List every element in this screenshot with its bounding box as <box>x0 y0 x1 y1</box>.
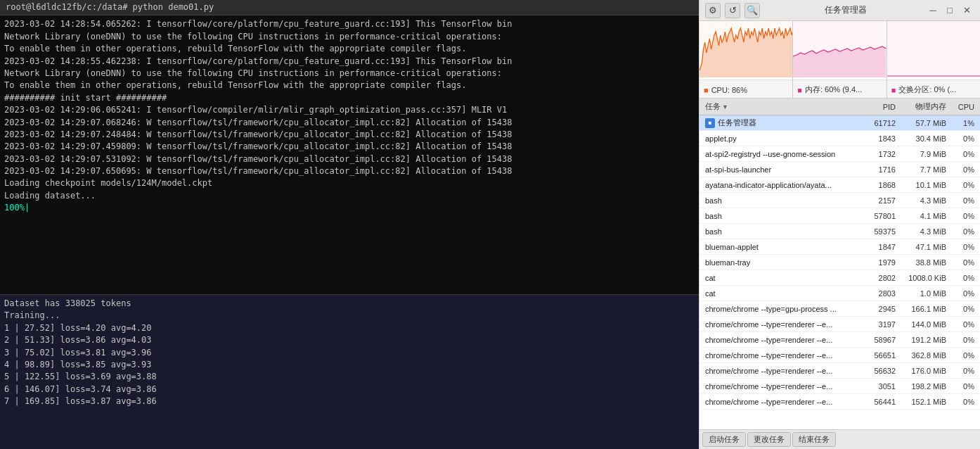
terminal-line: 2023-03-02 14:28:54.065262: I tensorflow… <box>4 18 695 30</box>
table-row[interactable]: bash21574.3 MiB0% <box>699 193 980 208</box>
table-row[interactable]: chrome/chrome --type=renderer --e...3197… <box>699 317 980 332</box>
table-row[interactable]: chrome/chrome --type=renderer --e...3051… <box>699 379 980 394</box>
terminal-prompt-line: root@l6dldc12fb/c:/data# python demo01.p… <box>6 2 214 12</box>
table-row[interactable]: chrome/chrome --type=renderer --e...5896… <box>699 332 980 348</box>
table-row[interactable]: blueman-tray197938.8 MiB0% <box>699 255 980 270</box>
swap-chart-label: ■ 交换分区: 0% (... <box>887 80 980 98</box>
table-row[interactable]: ayatana-indicator-application/ayata...18… <box>699 177 980 193</box>
proc-pid: 61712 <box>862 119 898 127</box>
terminal-line: Network Library (oneDNN) to use the foll… <box>4 68 695 80</box>
table-row[interactable]: ■任务管理器6171257.7 MiB1% <box>699 115 980 131</box>
proc-cpu: 0% <box>949 243 977 251</box>
proc-memory: 4.1 MiB <box>898 212 949 220</box>
minimize-button[interactable]: ─ <box>925 4 941 17</box>
proc-memory: 57.7 MiB <box>898 119 949 127</box>
proc-cpu: 0% <box>949 150 977 158</box>
table-row[interactable]: at-spi-bus-launcher17167.7 MiB0% <box>699 162 980 177</box>
proc-name-text: chrome/chrome --type=renderer --e... <box>705 382 832 391</box>
cpu-chart <box>699 21 792 77</box>
bottom-btn-1[interactable]: 更改任务 <box>747 432 791 447</box>
proc-pid: 56441 <box>862 398 898 406</box>
table-row[interactable]: blueman-applet184747.1 MiB0% <box>699 239 980 255</box>
col-header-task[interactable]: 任务 ▼ <box>702 101 862 112</box>
col-header-pid[interactable]: PID <box>862 103 898 111</box>
proc-cpu: 0% <box>949 367 977 375</box>
proc-pid: 1732 <box>862 150 898 158</box>
proc-name-text: at-spi-bus-launcher <box>705 165 771 174</box>
table-row[interactable]: chrome/chrome --type=gpu-process ...2945… <box>699 301 980 317</box>
proc-name: applet.py <box>702 134 862 143</box>
proc-pid: 58967 <box>862 336 898 344</box>
proc-pid: 1716 <box>862 165 898 174</box>
proc-name-text: 任务管理器 <box>718 118 756 128</box>
proc-name: chrome/chrome --type=renderer --e... <box>702 336 862 344</box>
table-row[interactable]: bash593754.3 MiB0% <box>699 224 980 239</box>
proc-cpu: 0% <box>949 227 977 236</box>
table-row[interactable]: cat28031.0 MiB0% <box>699 286 980 301</box>
window-controls: ─ □ ✕ <box>925 4 974 17</box>
terminal-line: ########## init start ########## <box>4 92 695 104</box>
proc-memory: 4.3 MiB <box>898 196 949 205</box>
terminal-input-line: 7 | 169.85] loss=3.87 avg=3.86 <box>4 396 695 407</box>
proc-name: bash <box>702 196 862 205</box>
close-button[interactable]: ✕ <box>959 4 974 17</box>
proc-cpu: 0% <box>949 274 977 282</box>
proc-pid: 57801 <box>862 212 898 220</box>
table-row[interactable]: chrome/chrome --type=renderer --e...5644… <box>699 394 980 410</box>
proc-name: blueman-tray <box>702 258 862 267</box>
proc-memory: 47.1 MiB <box>898 243 949 251</box>
terminal-line: 2023-03-02 14:29:07.248484: W tensorflow… <box>4 129 695 141</box>
cpu-chart-box: ■ CPU: 86% <box>699 21 793 98</box>
terminal-input-area[interactable]: Dataset has 338025 tokensTraining...1 | … <box>0 294 699 449</box>
col-header-memory[interactable]: 物理内存 <box>898 101 949 112</box>
proc-memory: 7.7 MiB <box>898 165 949 174</box>
swap-label: 交换分区: 0% (... <box>898 84 956 95</box>
taskmanager-title: 任务管理器 <box>766 4 925 16</box>
proc-cpu: 0% <box>949 196 977 205</box>
table-row[interactable]: at-spi2-registryd --use-gnome-session173… <box>699 146 980 162</box>
table-row[interactable]: chrome/chrome --type=renderer --e...5663… <box>699 363 980 379</box>
table-row[interactable]: bash578014.1 MiB0% <box>699 208 980 224</box>
proc-memory: 7.9 MiB <box>898 150 949 158</box>
bottom-toolbar: 启动任务更改任务结束任务 <box>699 429 980 449</box>
proc-pid: 2157 <box>862 196 898 205</box>
refresh-icon-btn[interactable]: ↺ <box>725 3 740 18</box>
proc-pid: 59375 <box>862 227 898 236</box>
terminal-panel: root@l6dldc12fb/c:/data# python demo01.p… <box>0 0 699 449</box>
proc-name-text: cat <box>705 289 716 298</box>
bottom-btn-2[interactable]: 结束任务 <box>792 432 836 447</box>
bottom-btn-0[interactable]: 启动任务 <box>702 432 746 447</box>
terminal-output: 2023-03-02 14:28:54.065262: I tensorflow… <box>0 15 699 294</box>
maximize-button[interactable]: □ <box>942 4 958 17</box>
proc-name-text: cat <box>705 274 716 282</box>
proc-name-text: bash <box>705 227 722 236</box>
proc-cpu: 0% <box>949 258 977 267</box>
settings-icon-btn[interactable]: ⚙ <box>705 3 721 18</box>
proc-memory: 1008.0 KiB <box>898 274 949 282</box>
table-row[interactable]: applet.py184330.4 MiB0% <box>699 131 980 146</box>
cpu-chart-label: ■ CPU: 86% <box>699 80 792 98</box>
table-row[interactable]: chrome/chrome --type=renderer --e...5665… <box>699 348 980 363</box>
proc-name-text: blueman-tray <box>705 258 750 267</box>
proc-memory: 166.1 MiB <box>898 305 949 313</box>
proc-memory: 198.2 MiB <box>898 382 949 391</box>
process-list[interactable]: ■任务管理器6171257.7 MiB1%applet.py184330.4 M… <box>699 115 980 429</box>
memory-chart <box>793 21 886 77</box>
terminal-line: Loading checkpoint models/124M/model.ckp… <box>4 177 695 189</box>
proc-name: cat <box>702 274 862 282</box>
proc-memory: 10.1 MiB <box>898 181 949 189</box>
svg-rect-4 <box>887 21 980 77</box>
col-header-cpu[interactable]: CPU <box>949 103 977 111</box>
proc-memory: 1.0 MiB <box>898 289 949 298</box>
proc-name-text: chrome/chrome --type=renderer --e... <box>705 320 832 329</box>
sort-arrow-icon: ▼ <box>722 103 728 110</box>
proc-name-text: bash <box>705 196 722 205</box>
table-row[interactable]: cat28021008.0 KiB0% <box>699 270 980 286</box>
proc-pid: 2803 <box>862 289 898 298</box>
search-icon-btn[interactable]: 🔍 <box>744 3 760 18</box>
column-headers: 任务 ▼ PID 物理内存 CPU <box>699 99 980 115</box>
app-icon: ■ <box>705 118 715 128</box>
proc-name: ayatana-indicator-application/ayata... <box>702 181 862 189</box>
terminal-line: Network Library (oneDNN) to use the foll… <box>4 31 695 43</box>
proc-name: chrome/chrome --type=renderer --e... <box>702 398 862 406</box>
